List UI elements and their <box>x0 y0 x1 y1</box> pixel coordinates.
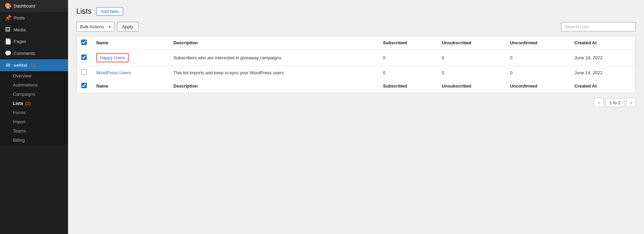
add-new-button[interactable]: Add New <box>96 7 123 16</box>
happy-users-highlighted: Happy Users <box>96 53 129 62</box>
row2-description: This list imports and keep in-sync your … <box>169 66 378 80</box>
sidebar-item-overview[interactable]: Overview <box>0 71 68 80</box>
row1-subscribed: 0 <box>378 50 437 66</box>
sidebar-item-billing[interactable]: Billing <box>0 136 68 145</box>
pagination: ‹ 1 to 2 › <box>76 98 636 107</box>
posts-icon: 📌 <box>5 15 11 21</box>
sidebar-item-automations[interactable]: Automations <box>0 80 68 90</box>
header-subscribed: Subscribed <box>378 36 437 50</box>
header-unsubscribed: Unsubscribed <box>437 36 506 50</box>
media-icon: 🖼 <box>5 27 11 33</box>
table-header-row: Name Description Subscribed Unsubscribed… <box>77 36 636 50</box>
sidebar-item-posts[interactable]: 📌 Posts <box>0 12 68 24</box>
table-row: Happy Users Subscribers who are interest… <box>77 50 636 66</box>
sidebar-label-comments: Comments <box>14 51 35 56</box>
search-input[interactable] <box>561 22 636 31</box>
sidebar-item-comments[interactable]: 💬 Comments <box>0 47 68 59</box>
main-content: Lists Add New Bulk Actions ▼ Apply Name … <box>68 0 644 234</box>
header-name: Name <box>92 36 169 50</box>
comments-icon: 💬 <box>5 50 11 57</box>
bulk-actions-select[interactable]: Bulk Actions <box>76 22 114 32</box>
row1-name-link[interactable]: Happy Users <box>100 55 125 60</box>
table-footer-row: Name Description Subscribed Unsubscribed… <box>77 79 636 93</box>
wemail-icon: ✉ <box>5 62 11 68</box>
sidebar-item-forms[interactable]: Forms <box>0 108 68 117</box>
pages-icon: 📄 <box>5 38 11 45</box>
footer-unconfirmed: Unconfirmed <box>505 79 569 93</box>
page-title: Lists <box>76 7 92 16</box>
row2-name-link[interactable]: WordPress Users <box>96 70 131 75</box>
row2-name-col: WordPress Users <box>92 66 169 80</box>
sidebar-label-wemail: weMail <box>14 63 27 68</box>
sidebar-item-lists[interactable]: Lists (2) <box>0 99 68 108</box>
row2-unconfirmed: 0 <box>505 66 569 80</box>
lists-table: Name Description Subscribed Unsubscribed… <box>76 36 636 93</box>
sidebar-item-import[interactable]: Import <box>0 117 68 126</box>
sidebar-item-teams[interactable]: Teams <box>0 126 68 136</box>
footer-created-at: Created At <box>569 79 635 93</box>
row1-name-col: Happy Users <box>92 50 169 66</box>
row2-checkbox[interactable] <box>81 69 87 75</box>
sidebar: 🎨 Dashboard 📌 Posts 🖼 Media 📄 Pages 💬 Co… <box>0 0 68 234</box>
row1-unsubscribed: 0 <box>437 50 506 66</box>
sidebar-item-campaigns[interactable]: Campaigns <box>0 90 68 99</box>
row2-created-at: June 14, 2022 <box>569 66 635 80</box>
lists-badge: (2) <box>25 101 31 106</box>
search-input-wrap <box>561 22 636 31</box>
footer-description: Description <box>169 79 378 93</box>
apply-button[interactable]: Apply <box>117 22 138 32</box>
sidebar-label-media: Media <box>14 27 26 32</box>
page-header: Lists Add New <box>76 7 636 16</box>
next-page-button[interactable]: › <box>626 98 636 107</box>
header-checkbox-col <box>77 36 92 50</box>
sidebar-item-wemail[interactable]: ✉ weMail (1) <box>0 59 68 71</box>
row1-description: Subscribers who are interested in giveaw… <box>169 50 378 66</box>
lists-label: Lists <box>13 101 23 106</box>
sidebar-item-media[interactable]: 🖼 Media <box>0 24 68 35</box>
page-info: 1 to 2 <box>606 98 624 107</box>
row1-checkbox[interactable] <box>81 54 87 60</box>
sidebar-label-posts: Posts <box>14 15 25 20</box>
footer-unsubscribed: Unsubscribed <box>437 79 506 93</box>
row1-checkbox-col <box>77 50 92 66</box>
sidebar-item-pages[interactable]: 📄 Pages <box>0 35 68 47</box>
row2-checkbox-col <box>77 66 92 80</box>
row1-unconfirmed: 0 <box>505 50 569 66</box>
row2-unsubscribed: 0 <box>437 66 506 80</box>
header-unconfirmed: Unconfirmed <box>505 36 569 50</box>
toolbar: Bulk Actions ▼ Apply <box>76 22 636 32</box>
prev-page-button[interactable]: ‹ <box>594 98 604 107</box>
sidebar-label-pages: Pages <box>14 39 26 44</box>
select-all-checkbox[interactable] <box>81 40 87 45</box>
header-created-at: Created At <box>569 36 635 50</box>
footer-checkbox-col <box>77 79 92 93</box>
footer-name: Name <box>92 79 169 93</box>
dashboard-icon: 🎨 <box>5 3 11 9</box>
sidebar-item-dashboard[interactable]: 🎨 Dashboard <box>0 0 68 12</box>
bulk-actions-wrapper: Bulk Actions ▼ <box>76 22 114 32</box>
wemail-submenu: Overview Automations Campaigns Lists (2)… <box>0 71 68 145</box>
footer-select-all-checkbox[interactable] <box>81 83 87 88</box>
row1-created-at: June 14, 2022 <box>569 50 635 66</box>
footer-subscribed: Subscribed <box>378 79 437 93</box>
sidebar-label-dashboard: Dashboard <box>14 3 35 9</box>
table-row: WordPress Users This list imports and ke… <box>77 66 636 80</box>
wemail-badge: (1) <box>31 63 36 68</box>
row2-subscribed: 0 <box>378 66 437 80</box>
header-description: Description <box>169 36 378 50</box>
